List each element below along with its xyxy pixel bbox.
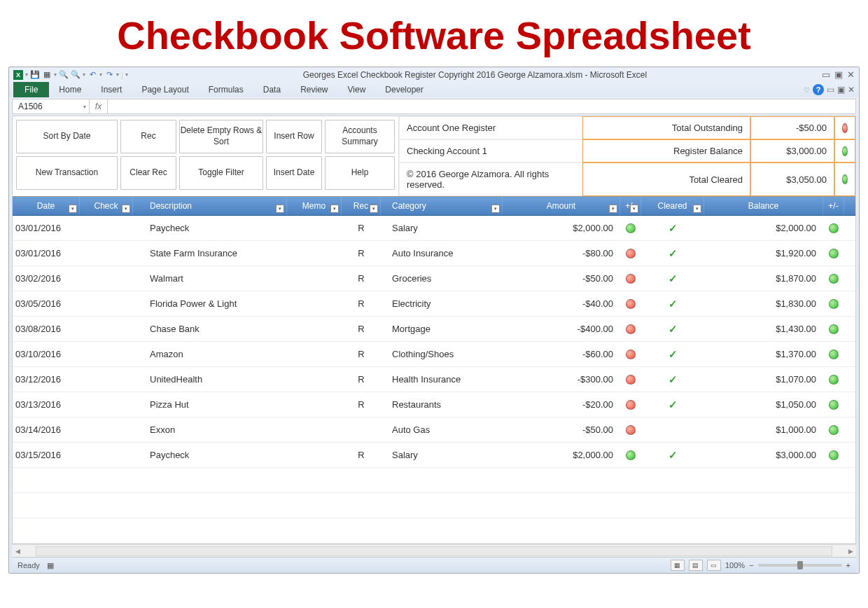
tab-page-layout[interactable]: Page Layout [132, 82, 198, 97]
col-category[interactable]: Category▾ [381, 197, 503, 215]
sort-by-date-button[interactable]: Sort By Date [16, 120, 118, 153]
col-rec[interactable]: Rec▾ [342, 197, 381, 215]
cell-category[interactable]: Auto Insurance [381, 248, 503, 258]
insert-row-button[interactable]: Insert Row [266, 120, 322, 153]
file-tab[interactable]: File [13, 82, 49, 97]
minimize-icon[interactable]: ▭ [822, 69, 830, 80]
help-button[interactable]: Help [325, 156, 395, 190]
table-row[interactable]: 03/13/2016Pizza HutRRestaurants-$20.00✓$… [13, 392, 855, 417]
empty-row[interactable] [13, 518, 855, 544]
cell-date[interactable]: 03/15/2016 [13, 450, 80, 460]
col-cleared[interactable]: Cleared▾ [641, 197, 704, 215]
cell-description[interactable]: Walmart [133, 273, 287, 284]
rec-button[interactable]: Rec [120, 120, 176, 153]
cell-amount[interactable]: $2,000.00 [503, 450, 620, 460]
cell-amount[interactable]: -$40.00 [503, 298, 620, 309]
cell-cleared[interactable]: ✓ [641, 373, 704, 386]
cell-description[interactable]: Chase Bank [133, 324, 287, 334]
normal-view-icon[interactable]: ▦ [671, 560, 685, 571]
name-box[interactable]: A1506 [13, 99, 90, 113]
cell-date[interactable]: 03/14/2016 [13, 424, 80, 435]
cell-description[interactable]: State Farm Insurance [133, 248, 287, 258]
redo-icon[interactable]: ↷ [104, 70, 114, 80]
cell-amount[interactable]: -$50.00 [503, 424, 620, 435]
empty-row[interactable] [13, 468, 855, 493]
cell-cleared[interactable]: ✓ [641, 272, 704, 285]
close-icon[interactable]: ✕ [847, 69, 855, 80]
tab-home[interactable]: Home [49, 82, 91, 97]
table-row[interactable]: 03/01/2016State Farm InsuranceRAuto Insu… [13, 241, 855, 266]
cell-cleared[interactable]: ✓ [641, 449, 704, 462]
cell-category[interactable]: Clothing/Shoes [381, 349, 503, 359]
cell-rec[interactable]: R [342, 374, 381, 385]
cell-cleared[interactable]: ✓ [641, 323, 704, 336]
insert-date-button[interactable]: Insert Date [266, 156, 322, 190]
cell-date[interactable]: 03/05/2016 [13, 298, 80, 309]
cell-cleared[interactable]: ✓ [641, 298, 704, 310]
cell-description[interactable]: Florida Power & Light [133, 298, 287, 309]
col-memo[interactable]: Memo▾ [287, 197, 342, 215]
cell-date[interactable]: 03/08/2016 [13, 324, 80, 334]
find-icon[interactable]: 🔍 [59, 70, 69, 80]
table-row[interactable]: 03/10/2016AmazonRClothing/Shoes-$60.00✓$… [13, 342, 855, 367]
col-amount[interactable]: Amount▾ [503, 197, 620, 215]
cell-category[interactable]: Groceries [381, 273, 503, 284]
horizontal-scrollbar[interactable]: ◀ ▶ [12, 544, 856, 557]
col-description[interactable]: Description▾ [133, 197, 287, 215]
minimize-ribbon-icon[interactable]: ▭ [827, 85, 834, 95]
cell-description[interactable]: Exxon [133, 424, 287, 435]
tab-developer[interactable]: Developer [375, 82, 433, 97]
maximize-icon[interactable]: ▣ [834, 69, 843, 80]
accounts-summary-button[interactable]: Accounts Summary [325, 120, 395, 153]
col-plusminus-1[interactable]: +/-▾ [620, 197, 641, 215]
cell-rec[interactable]: R [342, 298, 381, 309]
cell-date[interactable]: 03/13/2016 [13, 399, 80, 410]
cell-cleared[interactable]: ✓ [641, 222, 704, 235]
cell-description[interactable]: UnitedHealth [133, 374, 287, 385]
page-break-view-icon[interactable]: ▭ [707, 560, 721, 571]
help-icon[interactable]: ? [813, 84, 824, 95]
scroll-right-icon[interactable]: ▶ [845, 548, 856, 555]
delete-empty-button[interactable]: Delete Empty Rows & Sort [179, 120, 263, 153]
table-row[interactable]: 03/12/2016UnitedHealthRHealth Insurance-… [13, 367, 855, 392]
cell-date[interactable]: 03/01/2016 [13, 248, 80, 258]
zoom-in-icon[interactable]: + [846, 561, 850, 569]
tab-insert[interactable]: Insert [91, 82, 132, 97]
new-transaction-button[interactable]: New Transaction [16, 156, 118, 190]
undo-icon[interactable]: ↶ [88, 70, 97, 80]
table-row[interactable]: 03/02/2016WalmartRGroceries-$50.00✓$1,87… [13, 266, 855, 291]
toggle-filter-button[interactable]: Toggle Filter [179, 156, 263, 190]
page-layout-view-icon[interactable]: ▤ [689, 560, 703, 571]
cell-description[interactable]: Pizza Hut [133, 399, 287, 410]
cell-rec[interactable]: R [342, 399, 381, 410]
clear-rec-button[interactable]: Clear Rec [120, 156, 176, 190]
cell-date[interactable]: 03/10/2016 [13, 349, 80, 359]
tab-formulas[interactable]: Formulas [199, 82, 253, 97]
save-icon[interactable]: 💾 [30, 70, 40, 80]
cell-category[interactable]: Restaurants [381, 399, 503, 410]
restore-workbook-icon[interactable]: ▣ [837, 85, 845, 95]
cell-date[interactable]: 03/01/2016 [13, 223, 80, 233]
ribbon-options-icon[interactable]: ♡ [804, 86, 810, 94]
tab-view[interactable]: View [338, 82, 376, 97]
qat-icon[interactable]: ▦ [42, 70, 52, 80]
col-check[interactable]: Check▾ [80, 197, 133, 215]
cell-category[interactable]: Mortgage [381, 324, 503, 334]
cell-amount[interactable]: -$300.00 [503, 374, 620, 385]
cell-rec[interactable]: R [342, 349, 381, 359]
cell-cleared[interactable]: ✓ [641, 348, 704, 361]
cell-cleared[interactable]: ✓ [641, 399, 704, 411]
cell-amount[interactable]: $2,000.00 [503, 223, 620, 233]
macro-icon[interactable]: ▦ [47, 561, 54, 570]
formula-input[interactable] [108, 99, 855, 113]
find-icon-2[interactable]: 🔍 [71, 70, 80, 80]
table-row[interactable]: 03/01/2016PaycheckRSalary$2,000.00✓$2,00… [13, 216, 855, 241]
cell-category[interactable]: Salary [381, 223, 503, 233]
cell-description[interactable]: Amazon [133, 349, 287, 359]
scroll-left-icon[interactable]: ◀ [12, 548, 23, 555]
table-row[interactable]: 03/08/2016Chase BankRMortgage-$400.00✓$1… [13, 317, 855, 342]
empty-row[interactable] [13, 493, 855, 518]
cell-rec[interactable]: R [342, 223, 381, 233]
zoom-out-icon[interactable]: − [749, 561, 753, 569]
cell-rec[interactable]: R [342, 450, 381, 460]
